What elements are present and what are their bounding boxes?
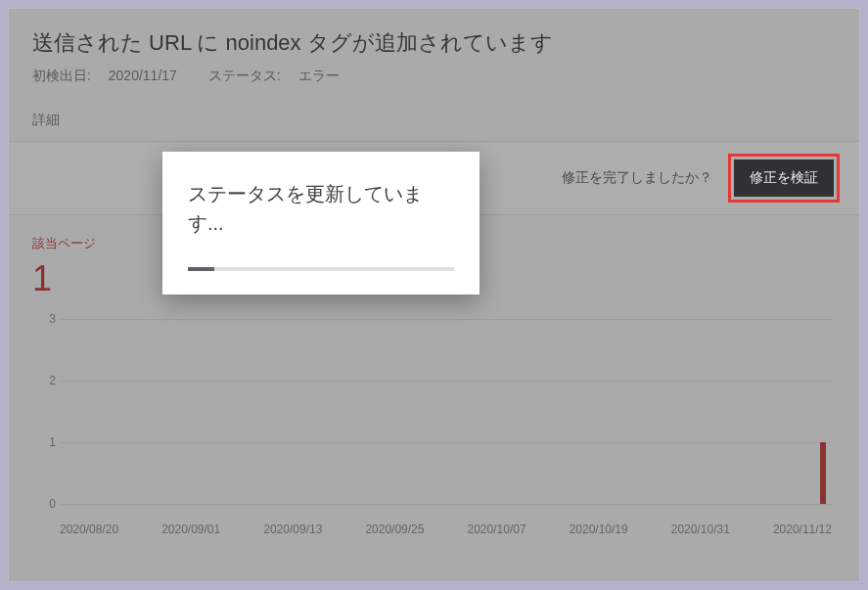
modal-text: ステータスを更新しています... [188,179,454,238]
modal-backdrop [9,9,859,581]
page-frame: 送信された URL に noindex タグが追加されています 初検出日: 20… [8,8,860,582]
progress-bar [188,267,454,271]
validate-fix-button[interactable]: 修正を検証 [734,159,834,197]
validate-button-highlight: 修正を検証 [728,154,840,203]
status-updating-modal: ステータスを更新しています... [162,152,480,295]
progress-fill [188,267,214,271]
